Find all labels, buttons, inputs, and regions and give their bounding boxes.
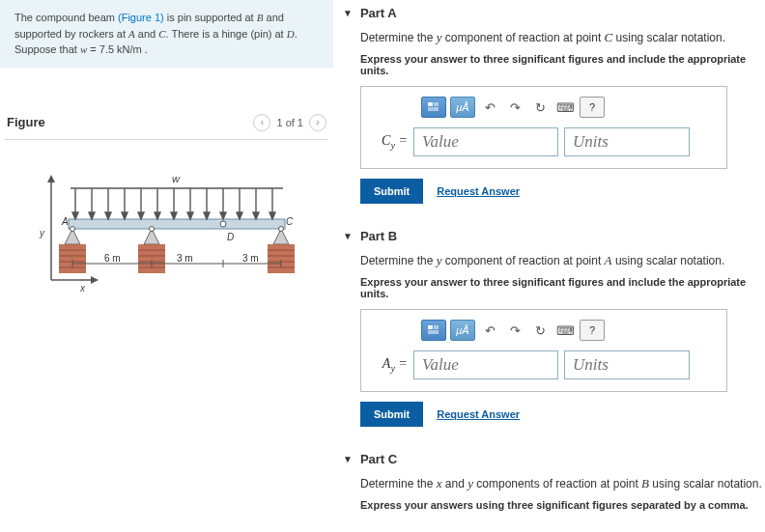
svg-rect-76 bbox=[428, 330, 439, 334]
value-input[interactable] bbox=[413, 127, 558, 156]
part-c-instruction: Express your answers using three signifi… bbox=[360, 499, 765, 511]
svg-text:C: C bbox=[286, 216, 294, 227]
figure-next-button[interactable]: › bbox=[309, 114, 326, 131]
text: . There is a hinge (pin) at bbox=[166, 28, 287, 40]
svg-point-13 bbox=[220, 221, 226, 227]
units-input[interactable] bbox=[564, 127, 690, 156]
part-b-answer-box: μÅ ↶ ↷ ↻ ⌨ ? Ay = bbox=[360, 309, 727, 392]
figure-title: Figure bbox=[7, 115, 45, 129]
svg-rect-22 bbox=[268, 244, 295, 273]
svg-rect-7 bbox=[69, 219, 285, 229]
part-a-answer-box: μÅ ↶ ↷ ↻ ⌨ ? Cy = bbox=[360, 86, 727, 169]
part-a: ▼ Part A Determine the y component of re… bbox=[343, 0, 765, 204]
figure-pager: ‹ 1 of 1 › bbox=[253, 114, 326, 131]
part-a-question: Determine the y component of reaction at… bbox=[360, 30, 765, 45]
svg-rect-72 bbox=[434, 102, 439, 106]
request-answer-link[interactable]: Request Answer bbox=[437, 408, 520, 420]
svg-marker-46 bbox=[72, 212, 78, 219]
answer-a-label: Cy = bbox=[373, 133, 408, 151]
part-a-instruction: Express your answer to three significant… bbox=[360, 53, 765, 76]
units-input[interactable] bbox=[564, 350, 690, 379]
caret-down-icon: ▼ bbox=[343, 231, 353, 241]
svg-text:x: x bbox=[79, 283, 86, 294]
part-c: ▼ Part C Determine the x and y component… bbox=[343, 446, 765, 511]
svg-marker-60 bbox=[187, 212, 193, 219]
svg-marker-68 bbox=[253, 212, 259, 219]
part-a-header[interactable]: ▼ Part A bbox=[343, 0, 765, 26]
answer-b-label: Ay = bbox=[373, 356, 408, 374]
svg-text:y: y bbox=[39, 228, 45, 238]
svg-point-15 bbox=[70, 226, 74, 231]
help-button[interactable]: ? bbox=[580, 97, 605, 118]
text: is pin supported at bbox=[164, 12, 257, 23]
var-a: A bbox=[128, 28, 135, 40]
svg-marker-52 bbox=[122, 212, 128, 219]
text: and bbox=[135, 28, 158, 40]
part-c-question: Determine the x and y components of reac… bbox=[360, 476, 765, 491]
submit-button[interactable]: Submit bbox=[360, 402, 423, 427]
right-panel: ▼ Part A Determine the y component of re… bbox=[333, 0, 765, 532]
svg-text:D: D bbox=[227, 232, 234, 242]
svg-marker-56 bbox=[155, 212, 160, 219]
help-button[interactable]: ? bbox=[580, 320, 605, 341]
svg-text:w: w bbox=[172, 173, 181, 184]
part-b-title: Part B bbox=[360, 229, 397, 243]
keyboard-icon[interactable]: ⌨ bbox=[554, 321, 576, 340]
template-button[interactable] bbox=[421, 320, 446, 341]
part-c-header[interactable]: ▼ Part C bbox=[343, 446, 765, 472]
figure-prev-button[interactable]: ‹ bbox=[253, 114, 270, 131]
svg-text:3 m: 3 m bbox=[242, 253, 259, 264]
svg-rect-75 bbox=[434, 325, 439, 329]
template-button[interactable] bbox=[421, 97, 446, 118]
svg-rect-20 bbox=[59, 244, 86, 273]
svg-rect-71 bbox=[428, 102, 433, 106]
svg-rect-73 bbox=[428, 107, 439, 111]
svg-text:6 m: 6 m bbox=[104, 253, 121, 264]
svg-marker-64 bbox=[220, 212, 226, 219]
answer-toolbar: μÅ ↶ ↷ ↻ ⌨ ? bbox=[373, 97, 715, 118]
figure-section: Figure ‹ 1 of 1 › y x bbox=[0, 106, 333, 297]
caret-down-icon: ▼ bbox=[343, 8, 353, 18]
redo-icon[interactable]: ↷ bbox=[504, 98, 525, 117]
svg-marker-1 bbox=[47, 175, 55, 182]
part-b: ▼ Part B Determine the y component of re… bbox=[343, 223, 765, 427]
figure-header: Figure ‹ 1 of 1 › bbox=[5, 106, 328, 139]
part-c-title: Part C bbox=[360, 452, 397, 466]
caret-down-icon: ▼ bbox=[343, 454, 353, 464]
figure-pager-text: 1 of 1 bbox=[276, 117, 303, 128]
divider bbox=[5, 139, 328, 140]
svg-marker-58 bbox=[171, 212, 177, 219]
left-panel: The compound beam (Figure 1) is pin supp… bbox=[0, 0, 333, 532]
svg-marker-66 bbox=[237, 212, 242, 219]
text: The compound beam bbox=[14, 12, 118, 23]
greek-button[interactable]: μÅ bbox=[450, 97, 475, 118]
part-a-title: Part A bbox=[360, 6, 397, 20]
reset-icon[interactable]: ↻ bbox=[529, 98, 551, 117]
beam-diagram: y x w A B D C bbox=[22, 169, 312, 297]
svg-rect-74 bbox=[428, 325, 433, 329]
problem-statement: The compound beam (Figure 1) is pin supp… bbox=[0, 0, 333, 68]
request-answer-link[interactable]: Request Answer bbox=[437, 185, 520, 197]
svg-marker-50 bbox=[105, 212, 111, 219]
svg-marker-54 bbox=[138, 212, 144, 219]
part-b-header[interactable]: ▼ Part B bbox=[343, 223, 765, 249]
eq-rhs: = 7.5 kN/m . bbox=[87, 43, 148, 55]
figure-link[interactable]: (Figure 1) bbox=[118, 12, 164, 23]
svg-text:3 m: 3 m bbox=[177, 253, 193, 264]
redo-icon[interactable]: ↷ bbox=[504, 321, 525, 340]
svg-marker-62 bbox=[204, 212, 210, 219]
svg-marker-4 bbox=[91, 276, 99, 284]
keyboard-icon[interactable]: ⌨ bbox=[554, 98, 576, 117]
value-input[interactable] bbox=[413, 350, 558, 379]
undo-icon[interactable]: ↶ bbox=[479, 321, 500, 340]
part-b-instruction: Express your answer to three significant… bbox=[360, 276, 765, 299]
greek-button[interactable]: μÅ bbox=[450, 320, 475, 341]
submit-button[interactable]: Submit bbox=[360, 179, 423, 204]
svg-marker-70 bbox=[269, 212, 275, 219]
svg-rect-21 bbox=[138, 244, 165, 273]
part-b-question: Determine the y component of reaction at… bbox=[360, 253, 765, 268]
svg-marker-48 bbox=[89, 212, 95, 219]
svg-point-17 bbox=[149, 226, 154, 231]
reset-icon[interactable]: ↻ bbox=[529, 321, 551, 340]
undo-icon[interactable]: ↶ bbox=[479, 98, 500, 117]
